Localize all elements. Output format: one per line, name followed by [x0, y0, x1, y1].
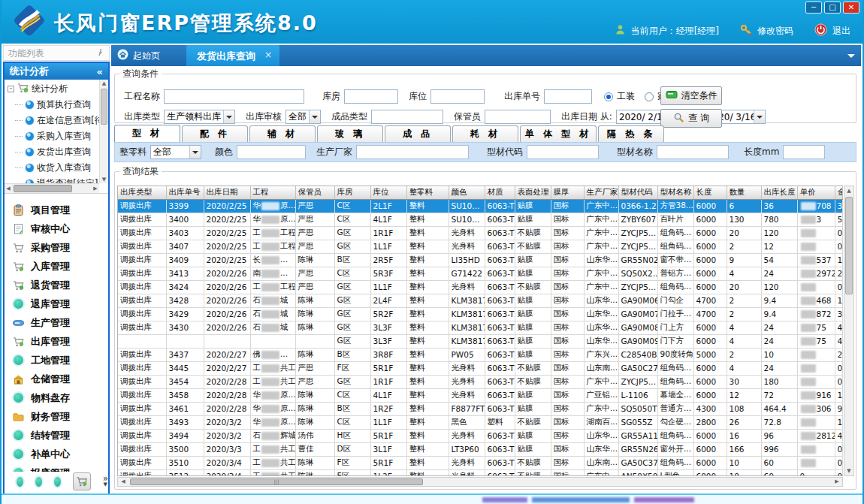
sidebar-item-inbound[interactable]: 入库管理: [5, 257, 108, 276]
tab-outbound-query[interactable]: 发货出库查询 ×: [186, 45, 279, 66]
table-row[interactable]: 调拨出库35002020/3/3工共工程曹佳D区3L1F整料LT3P606063…: [118, 442, 843, 456]
column-header[interactable]: 保管员: [295, 186, 334, 199]
column-header[interactable]: 整零料: [406, 186, 449, 199]
sidebar-item-audit[interactable]: 审核中心: [5, 219, 108, 238]
keeper-input[interactable]: [485, 110, 551, 124]
tree-horizontal-scrollbar[interactable]: ◀ ▶: [5, 183, 99, 193]
column-header[interactable]: 型材名称: [657, 186, 693, 199]
table-row[interactable]: 调拨出库33992020/2/25华原...严思C区2L1F整料SU10...6…: [118, 199, 843, 213]
length-input[interactable]: [783, 145, 825, 159]
footer-expand-chevron[interactable]: »▼: [103, 475, 108, 487]
radio-gongzhuang[interactable]: [604, 92, 613, 101]
sidebar-item-returns[interactable]: 退货管理: [5, 276, 108, 294]
table-row[interactable]: 调拨出库35102020/3/4工共工程陈琳F区5R1F整料光身料6063-T5…: [118, 456, 843, 469]
sidebar-item-site[interactable]: 工地管理: [5, 351, 108, 370]
clear-conditions-button[interactable]: 清空条件: [660, 86, 722, 105]
green-circle-icon[interactable]: [35, 477, 42, 487]
column-header[interactable]: 库房: [334, 186, 370, 199]
column-header[interactable]: 库位: [370, 186, 406, 199]
table-row[interactable]: 调拨出库34932020/3/2华原...陈琳C区1L1F整料黑色塑料不贴膜国标…: [118, 415, 843, 429]
column-header[interactable]: 表面处理: [515, 186, 551, 199]
column-header[interactable]: 材质: [485, 186, 515, 199]
column-header[interactable]: 数量: [727, 186, 761, 199]
column-header[interactable]: 膜厚: [551, 186, 584, 199]
table-row[interactable]: 调拨出库34282020/2/26石城陈琳G区2L4F整料KLM38176063…: [118, 294, 843, 307]
outbound-type-select[interactable]: 生产领料出库: [164, 110, 235, 124]
color-input[interactable]: [237, 145, 306, 159]
order-no-input[interactable]: [544, 89, 592, 104]
profile-code-input[interactable]: [527, 145, 599, 159]
column-header[interactable]: 金: [835, 186, 843, 199]
tree-expander-icon[interactable]: -: [8, 86, 14, 92]
table-row[interactable]: 调拨出库34092020/2/25长...陈琳B区2R5F整料LI35HD606…: [118, 253, 843, 267]
sidebar-item-production[interactable]: 生产管理: [5, 313, 108, 332]
column-header[interactable]: 生产厂家: [584, 186, 618, 199]
tree-item[interactable]: 在途信息查询[待: [5, 113, 99, 128]
table-row[interactable]: 调拨出库34302020/2/26石城陈琳G区3L3F整料KLM38176063…: [118, 321, 843, 334]
change-password-link[interactable]: 修改密码: [757, 25, 793, 38]
sidebar-item-purchase[interactable]: 采购管理: [5, 238, 108, 257]
table-row[interactable]: 调拨出库34942020/3/2石辉城汤伟H区5R1F整料光身料6063-T5贴…: [118, 429, 843, 442]
sidebar-item-project[interactable]: 项目管理: [5, 201, 108, 219]
table-row[interactable]: 调拨出库34072020/2/25工工程严思G区1L1F整料光身料6063-T5…: [118, 240, 843, 253]
grid-vertical-scrollbar[interactable]: ▲ ▼: [844, 186, 854, 476]
tab-close-icon[interactable]: ×: [264, 50, 272, 66]
whole-part-select[interactable]: 全部: [150, 145, 201, 159]
tab-home[interactable]: 起始页: [117, 49, 160, 62]
table-row[interactable]: 调拨出库34582020/2/28华原...陈琳C区4L1F整料光身料6063-…: [118, 388, 843, 402]
table-row[interactable]: 调拨出库34452020/2/27工共工程严思F区5R1F整料光身料6063-T…: [118, 361, 843, 375]
warehouse-input[interactable]: [344, 89, 398, 104]
column-header[interactable]: 出库长度: [761, 186, 797, 199]
table-row[interactable]: 调拨出库34612020/2/28华原...陈琳B区1R2F整料F8877FT6…: [118, 402, 843, 415]
profile-name-input[interactable]: [657, 145, 729, 159]
manufacturer-input[interactable]: [356, 145, 469, 159]
sidebar-item-carryover[interactable]: 结转管理: [5, 426, 108, 445]
column-header[interactable]: 颜色: [449, 186, 485, 199]
maximize-button[interactable]: □: [824, 2, 841, 14]
table-row[interactable]: G区3L3F整料KLM38176063-T5贴膜国标山东华...GA90M09.…: [118, 334, 843, 348]
close-button[interactable]: ✕: [843, 2, 859, 14]
sidebar-item-warehouse[interactable]: 仓储管理: [5, 370, 108, 388]
location-input[interactable]: [430, 89, 485, 104]
tab-list-dropdown-icon[interactable]: [847, 54, 855, 62]
material-tab-6[interactable]: 单 体 型 材: [520, 125, 597, 142]
cart-button-icon[interactable]: [73, 472, 91, 490]
sidebar-item-finance[interactable]: 财务管理: [5, 407, 108, 426]
column-header[interactable]: 长度: [693, 186, 727, 199]
logout-link[interactable]: 退出: [832, 25, 850, 38]
column-header[interactable]: 出库单号: [166, 186, 204, 199]
tree-root-statistics[interactable]: - 统计分析: [5, 80, 99, 97]
collapse-icon[interactable]: «: [97, 66, 103, 77]
column-header[interactable]: 出库类型: [118, 186, 166, 199]
green-circle-icon[interactable]: [17, 477, 23, 487]
table-row[interactable]: 调拨出库34032020/2/25工工程严思G区1R1F整料光身料6063-T5…: [118, 226, 843, 240]
project-name-input[interactable]: [164, 89, 304, 104]
material-tab-1[interactable]: 配 件: [182, 125, 248, 142]
product-type-input[interactable]: [371, 110, 443, 124]
table-row[interactable]: 调拨出库34542020/2/28工共工程严思G区1R1F整料光身料6063-T…: [118, 375, 843, 388]
tree-item[interactable]: 采购入库查询: [5, 128, 99, 144]
tree-item[interactable]: 收货入库查询: [5, 160, 99, 176]
material-tab-5[interactable]: 耗 材: [452, 125, 518, 142]
material-tab-4[interactable]: 成 品: [385, 125, 451, 142]
sidebar-item-outbound[interactable]: 出库管理: [5, 332, 108, 351]
radio-jiazhuang[interactable]: [645, 92, 654, 101]
sidebar-item-stockback[interactable]: 退库管理: [5, 294, 108, 313]
table-row[interactable]: 调拨出库35122020/3/4工共工程陈琳F区1L2F整料光身料6063-T5…: [118, 469, 843, 476]
column-header[interactable]: 出库日期: [204, 186, 250, 199]
tree-vertical-scrollbar[interactable]: ▲ ▼: [99, 80, 108, 183]
material-tab-7[interactable]: 隔 热 条: [598, 125, 664, 142]
table-row[interactable]: 调拨出库34002020/2/25华原...严思C区4L1F整料SU10...6…: [118, 213, 843, 226]
column-header[interactable]: 单价: [797, 186, 835, 199]
sidebar-section-header[interactable]: 统计分析 «: [5, 63, 108, 80]
material-tab-0[interactable]: 型 材: [114, 125, 180, 142]
table-row[interactable]: 调拨出库34372020/2/27佛...陈琳B区3R8F整料PW056063-…: [118, 348, 843, 361]
material-tab-2[interactable]: 辅 材: [249, 125, 316, 142]
table-row[interactable]: 调拨出库34292020/2/26石城陈琳G区5R2F整料KLM38176063…: [118, 307, 843, 321]
material-tab-3[interactable]: 玻 璃: [317, 125, 383, 142]
tree-item[interactable]: 发货出库查询: [5, 144, 99, 160]
table-row[interactable]: 调拨出库34132020/2/26南...严思C区5R3F整料G71422606…: [118, 267, 843, 280]
grid-horizontal-scrollbar[interactable]: ◀ ||| ▶: [117, 477, 843, 487]
outbound-audit-select[interactable]: 全部: [285, 110, 321, 124]
pin-icon[interactable]: [97, 47, 104, 60]
